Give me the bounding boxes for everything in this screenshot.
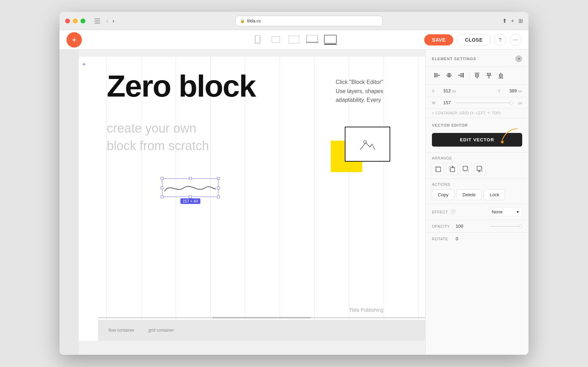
traffic-lights — [65, 19, 85, 23]
arrange-forward-icon[interactable] — [446, 163, 458, 175]
y-coordinate: Y 389 px — [498, 88, 522, 93]
opacity-row: OPACITY 100 — [432, 224, 522, 229]
size-label: 157 × 49 — [180, 198, 200, 204]
panel-header: ELEMENT SETTINGS ✕ — [426, 50, 528, 67]
svg-rect-5 — [272, 36, 280, 43]
footer-area: flow container grid container — [98, 320, 425, 341]
resize-handle-tl[interactable] — [161, 177, 163, 180]
canvas-area[interactable]: + Zero block create your ownblock from s… — [59, 50, 425, 355]
mobile-device-icon[interactable] — [251, 35, 264, 45]
dropdown-arrow-icon: ▾ — [517, 209, 519, 214]
resize-handle-tr[interactable] — [217, 177, 220, 180]
resize-handle-mr[interactable] — [217, 186, 220, 189]
svg-rect-18 — [449, 73, 449, 78]
tablet-small-icon[interactable] — [270, 35, 282, 45]
svg-rect-25 — [478, 74, 479, 77]
lock-icon: 🔒 — [240, 19, 245, 23]
grid-icon[interactable]: ⊞ — [518, 17, 523, 24]
image-frame — [345, 127, 390, 162]
laptop-icon[interactable] — [306, 35, 318, 45]
element-settings-panel: ELEMENT SETTINGS ✕ — [425, 50, 528, 355]
resize-handle-bl[interactable] — [161, 196, 163, 198]
align-bottom-icon[interactable] — [496, 71, 506, 80]
svg-rect-9 — [324, 35, 336, 43]
lock-button[interactable]: Lock — [484, 189, 505, 200]
rotate-value[interactable]: 0 — [456, 236, 458, 241]
flow-container-label: flow container — [108, 328, 134, 333]
x-coordinate: X 312 px — [432, 88, 456, 93]
grid-container-label: grid container — [148, 328, 174, 333]
w-value[interactable]: 157 — [438, 100, 451, 105]
width-slider[interactable] — [456, 103, 513, 103]
publisher-label: Tilda Publishing — [349, 307, 383, 313]
svg-rect-2 — [94, 23, 100, 23]
y-value[interactable]: 389 — [504, 88, 517, 93]
opacity-value[interactable]: 100 — [456, 224, 488, 229]
minimize-traffic-light[interactable] — [73, 19, 78, 23]
width-row: W 157 px — [426, 97, 528, 108]
grid-line — [418, 57, 419, 341]
copy-button[interactable]: Copy — [432, 189, 454, 200]
tablet-large-icon[interactable] — [288, 35, 300, 45]
forward-arrow[interactable]: › — [111, 17, 115, 25]
share-icon[interactable]: ⬆ — [502, 17, 507, 24]
svg-rect-43 — [463, 166, 467, 170]
y-unit: px — [518, 89, 522, 93]
w-unit: px — [518, 101, 522, 105]
x-value[interactable]: 312 — [438, 88, 451, 93]
resize-handle-br[interactable] — [217, 196, 220, 198]
close-traffic-light[interactable] — [65, 19, 70, 23]
editor-main: + Zero block create your ownblock from s… — [59, 50, 528, 355]
close-button[interactable]: CLOSE — [457, 34, 491, 46]
svg-rect-12 — [434, 75, 440, 76]
scrollbar-thumb[interactable] — [212, 317, 311, 318]
svg-rect-31 — [499, 74, 500, 77]
resize-handle-bm[interactable] — [189, 196, 192, 198]
opacity-slider-handle[interactable] — [519, 225, 522, 228]
save-button[interactable]: SAVE — [424, 34, 453, 45]
add-element-button[interactable]: + — [66, 32, 82, 48]
arrange-backward-icon[interactable] — [474, 163, 486, 175]
coordinates-row: X 312 px Y 389 px — [426, 85, 528, 97]
svg-rect-22 — [463, 73, 464, 78]
resize-handle-ml[interactable] — [161, 186, 163, 189]
effect-dropdown[interactable]: None ▾ — [489, 207, 522, 216]
bottom-scrollbar[interactable] — [98, 316, 425, 319]
align-center-v-icon[interactable] — [444, 71, 454, 80]
svg-rect-23 — [475, 74, 476, 77]
rotate-section: ROTATE 0 — [426, 233, 528, 245]
align-top-icon[interactable] — [472, 71, 483, 80]
rotate-label: ROTATE — [432, 237, 453, 241]
align-middle-icon[interactable] — [484, 71, 495, 80]
toolbar-right: SAVE CLOSE ? ··· — [424, 34, 522, 46]
delete-button[interactable]: Delete — [456, 189, 482, 200]
effect-value: None — [492, 209, 503, 214]
resize-handle-tm[interactable] — [189, 177, 192, 180]
svg-rect-14 — [434, 73, 435, 78]
opacity-label: OPACITY — [432, 224, 453, 228]
arrange-front-icon[interactable] — [432, 163, 444, 175]
sidebar-toggle-icon[interactable] — [92, 17, 102, 24]
back-arrow[interactable]: ‹ — [105, 17, 110, 25]
maximize-traffic-light[interactable] — [80, 19, 85, 23]
effect-help-icon[interactable]: ? — [451, 210, 456, 214]
new-tab-icon[interactable]: + — [511, 18, 514, 24]
svg-rect-37 — [436, 167, 441, 172]
panel-close-button[interactable]: ✕ — [515, 55, 522, 62]
svg-rect-24 — [477, 73, 477, 78]
right-text-block: Click "Block Editor" Use layers, shapes … — [336, 78, 383, 105]
help-button[interactable]: ? — [494, 34, 506, 46]
align-right-icon[interactable] — [456, 71, 466, 80]
svg-rect-0 — [94, 19, 100, 19]
image-block[interactable] — [331, 127, 390, 172]
desktop-icon[interactable] — [324, 35, 337, 45]
more-options-button[interactable]: ··· — [510, 34, 522, 46]
device-icons — [251, 35, 337, 45]
opacity-slider[interactable] — [490, 226, 522, 227]
browser-controls: ‹ › — [92, 17, 116, 25]
align-left-icon[interactable] — [432, 71, 442, 80]
width-slider-handle[interactable] — [510, 101, 513, 105]
address-bar[interactable]: 🔒 tilda.cc — [236, 16, 383, 26]
wave-vector-element[interactable]: 157 × 49 — [163, 179, 218, 196]
arrange-back-icon[interactable] — [460, 163, 472, 175]
